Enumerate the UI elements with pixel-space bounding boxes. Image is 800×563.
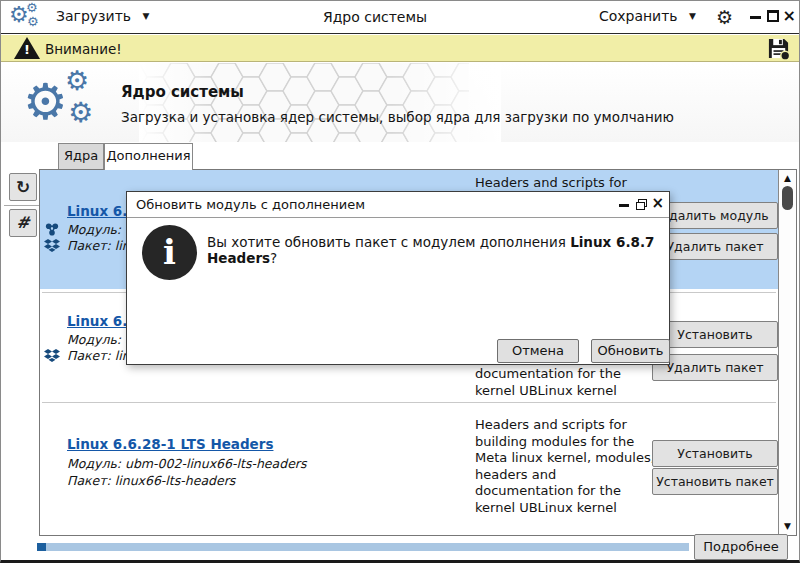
- gear-glyph: ⚙: [27, 15, 39, 28]
- gear-glyph: ⚙: [68, 99, 93, 127]
- dialog-close-button[interactable]: ×: [651, 194, 664, 212]
- message-suffix: ?: [270, 250, 277, 266]
- scrollbar-track[interactable]: ▲ ▼: [778, 170, 796, 535]
- addon-module-line: Модуль: u: [67, 332, 133, 347]
- dialog-message: Вы хотите обновить пакет с модулем допол…: [207, 234, 657, 266]
- window-minimize-button[interactable]: [750, 10, 761, 24]
- addon-package-line: Пакет: lin: [67, 238, 130, 253]
- app-gears-icon: ⚙ ⚙ ⚙: [9, 3, 43, 33]
- settings-gear-button[interactable]: ⚙: [716, 6, 733, 28]
- warning-bar: ! Внимание!: [1, 35, 799, 62]
- remove-package-button[interactable]: Удалить пакет: [652, 233, 778, 260]
- addon-description: Headers and scripts for: [475, 175, 657, 192]
- progress-bar: [37, 543, 689, 551]
- save-menu-label: Сохранить: [599, 8, 678, 24]
- info-glyph: i: [142, 232, 197, 272]
- refresh-icon: ↻: [16, 177, 30, 197]
- hex-fade-right: [391, 63, 501, 142]
- addon-module-line: Модуль: ubm-002-linux66-lts-headers: [67, 456, 306, 471]
- gear-glyph: ⚙: [65, 67, 89, 94]
- hash-filter-button[interactable]: #: [9, 209, 37, 237]
- install-module-button[interactable]: Установить модуль: [652, 440, 778, 467]
- message-prefix: Вы хотите обновить пакет с модулем допол…: [207, 234, 570, 250]
- save-disk-icon[interactable]: [767, 37, 790, 60]
- warning-text: Внимание!: [45, 41, 122, 57]
- package-installed-icon: [44, 348, 60, 363]
- module-installed-icon: [44, 222, 60, 237]
- hash-icon: #: [16, 213, 29, 232]
- addon-package-line: Пакет: lin: [67, 348, 130, 363]
- cancel-button[interactable]: Отмена: [497, 339, 579, 363]
- addon-title-link[interactable]: Linux 6.6.28-1 LTS Headers: [67, 436, 273, 452]
- progress-fill: [37, 543, 46, 551]
- scrollbar-thumb[interactable]: [782, 186, 793, 210]
- row-divider: [42, 402, 776, 403]
- refresh-button[interactable]: ↻: [9, 173, 37, 201]
- remove-package-button[interactable]: Удалить пакет: [652, 354, 778, 381]
- titlebar: ⚙ ⚙ ⚙ Загрузить ▼ Ядро системы Сохранить…: [1, 1, 799, 34]
- addon-module-line: Модуль: u: [67, 222, 133, 237]
- hex-fade-left: [139, 63, 209, 142]
- load-menu-button[interactable]: Загрузить ▼: [56, 8, 149, 24]
- addon-description: Headers and scripts for building modules…: [475, 417, 657, 516]
- details-button[interactable]: Подробнее: [694, 534, 788, 560]
- scrollbar-up-button[interactable]: ▲: [779, 171, 796, 186]
- page-subtitle: Загрузка и установка ядер системы, выбор…: [121, 109, 674, 125]
- kernel-gears-icon: ⚙ ⚙ ⚙: [23, 71, 113, 135]
- window-close-button[interactable]: ×: [783, 5, 796, 27]
- dialog-titlebar: Обновить модуль с дополнением ×: [127, 192, 669, 218]
- tools-divider: [4, 205, 40, 206]
- package-installed-icon: [44, 238, 60, 253]
- tab-addons[interactable]: Дополнения: [104, 143, 193, 170]
- dialog-title: Обновить модуль с дополнением: [136, 197, 365, 212]
- update-module-dialog: Обновить модуль с дополнением × i Вы хот…: [126, 191, 670, 365]
- chevron-down-icon: ▼: [689, 11, 696, 21]
- warning-exclamation: !: [24, 42, 30, 57]
- app-window: ⚙ ⚙ ⚙ Загрузить ▼ Ядро системы Сохранить…: [0, 0, 800, 563]
- update-button[interactable]: Обновить: [591, 339, 670, 363]
- page-header: ⚙ ⚙ ⚙ Ядро системы Загрузка и установка …: [1, 63, 799, 142]
- addon-description: documentation for the kernel UBLinux ker…: [475, 366, 657, 399]
- window-restore-button[interactable]: [767, 10, 779, 22]
- remove-module-button[interactable]: Удалить модуль: [652, 202, 778, 229]
- gear-glyph: ⚙: [26, 1, 38, 14]
- window-title: Ядро системы: [201, 9, 549, 25]
- save-menu-button[interactable]: Сохранить ▼: [599, 8, 696, 24]
- install-module-button[interactable]: Установить модуль: [652, 321, 778, 348]
- install-package-button[interactable]: Установить пакет: [652, 468, 778, 495]
- description-line: documentation for the: [475, 366, 621, 381]
- chevron-down-icon: ▼: [142, 11, 149, 21]
- tab-kernels[interactable]: Ядра: [58, 143, 104, 169]
- dialog-restore-button[interactable]: [636, 199, 647, 210]
- addon-package-line: Пакет: linux66-lts-headers: [67, 473, 235, 488]
- info-icon: i: [142, 225, 197, 280]
- scrollbar-down-button[interactable]: ▼: [779, 519, 796, 534]
- page-title: Ядро системы: [121, 83, 244, 101]
- gear-glyph: ⚙: [23, 77, 68, 127]
- dialog-minimize-button[interactable]: [619, 198, 629, 211]
- load-menu-label: Загрузить: [56, 8, 131, 24]
- description-line: kernel UBLinux kernel: [475, 383, 617, 398]
